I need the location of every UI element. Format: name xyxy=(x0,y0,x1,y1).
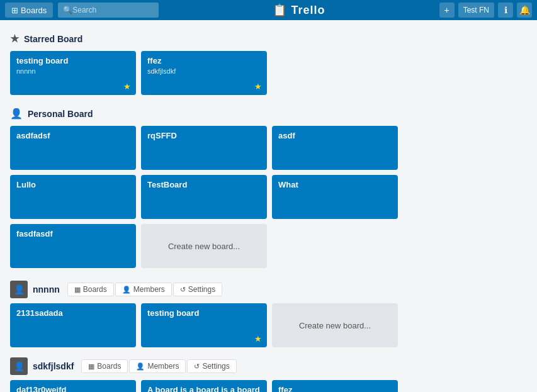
org-tab-boards[interactable]: ▦Boards xyxy=(81,359,128,373)
board-title: A board is a board is a board xyxy=(147,385,261,392)
org-tab-settings[interactable]: ↺Settings xyxy=(187,359,236,373)
notifications-button[interactable]: 🔔 xyxy=(517,3,532,18)
org-header: 👤sdkfjlsdkf▦Boards👤Members↺Settings xyxy=(10,357,527,375)
board-title: 2131sadada xyxy=(16,308,130,318)
board-title: testing board xyxy=(147,308,261,318)
org-icon: 👤 xyxy=(10,281,28,298)
tab-icon: ↺ xyxy=(180,286,186,294)
board-title: ffez xyxy=(278,385,392,392)
board-title: fasdfasdf xyxy=(16,229,130,238)
board-card[interactable]: ffez ★ xyxy=(272,380,398,392)
board-card[interactable]: asdfadsf xyxy=(10,126,136,170)
personal-section-label: Personal Board xyxy=(28,109,93,119)
board-title: daf13r0wejfd xyxy=(16,385,130,392)
board-title: ffez xyxy=(147,56,261,65)
board-card[interactable]: testing board ★ xyxy=(141,303,267,347)
tab-label: Boards xyxy=(97,362,121,371)
org-tab-members[interactable]: 👤Members xyxy=(115,283,172,296)
personal-section-header: 👤 Personal Board xyxy=(10,108,527,120)
boards-button[interactable]: ⊞ Boards xyxy=(5,3,53,18)
tab-label: Members xyxy=(133,285,165,294)
board-card[interactable]: testing board nnnnn ★ xyxy=(10,51,136,95)
board-card[interactable]: Lullo xyxy=(10,175,136,219)
search-wrapper: 🔍 xyxy=(58,3,159,18)
board-card[interactable]: What xyxy=(272,175,398,219)
starred-section-header: ★ Starred Board xyxy=(10,33,527,45)
tab-icon: 👤 xyxy=(122,286,131,294)
board-card[interactable]: TestBoard xyxy=(141,175,267,219)
board-title: testing board xyxy=(16,56,130,65)
board-card[interactable]: rqSFFD xyxy=(141,126,267,170)
add-button[interactable]: + xyxy=(439,3,455,18)
starred-board-grid: testing board nnnnn ★ ffez sdkfjlsdkf ★ xyxy=(10,51,527,95)
board-card[interactable]: fasdfasdf xyxy=(10,224,136,268)
tab-label: Members xyxy=(147,362,179,371)
org-tab-settings[interactable]: ↺Settings xyxy=(173,283,222,296)
org-section-sdkfjlsdkf: 👤sdkfjlsdkf▦Boards👤Members↺Settings daf1… xyxy=(10,357,527,392)
star-button[interactable]: ★ xyxy=(254,334,262,344)
board-card[interactable]: A board is a board is a board xyxy=(141,380,267,392)
person-icon: 👤 xyxy=(10,108,23,120)
board-subtitle: nnnnn xyxy=(16,67,130,75)
org-tabs: ▦Boards👤Members↺Settings xyxy=(67,283,222,296)
tab-label: Settings xyxy=(202,362,229,371)
org-name: sdkfjlsdkf xyxy=(33,361,74,371)
board-title: asdf xyxy=(278,131,392,140)
board-subtitle: sdkfjlsdkf xyxy=(147,67,261,75)
star-button[interactable]: ★ xyxy=(254,82,262,91)
board-title: asdfadsf xyxy=(16,131,130,140)
board-title: rqSFFD xyxy=(147,131,261,140)
org-header: 👤nnnnn▦Boards👤Members↺Settings xyxy=(10,281,527,298)
tab-icon: 👤 xyxy=(136,362,145,371)
board-title: Lullo xyxy=(16,180,130,189)
personal-board-grid: asdfadsfrqSFFDasdfLulloTestBoardWhatfasd… xyxy=(10,126,527,268)
board-card[interactable]: 2131sadada xyxy=(10,303,136,347)
board-title: TestBoard xyxy=(147,180,261,189)
main-content: ★ Starred Board testing board nnnnn ★ ff… xyxy=(0,20,537,392)
create-board-button[interactable]: Create new board... xyxy=(272,303,398,347)
org-board-grid: 2131sadada testing board ★ Create new bo… xyxy=(10,303,527,347)
top-navigation: ⊞ Boards 🔍 📋 Trello + Test FN ℹ 🔔 xyxy=(0,0,537,20)
board-title: What xyxy=(278,180,392,189)
tab-icon: ▦ xyxy=(74,286,81,294)
user-menu-button[interactable]: Test FN xyxy=(458,3,494,18)
tab-label: Settings xyxy=(188,285,215,294)
star-button[interactable]: ★ xyxy=(123,82,131,91)
org-sections: 👤nnnnn▦Boards👤Members↺Settings 2131sadad… xyxy=(10,281,527,392)
org-section-nnnnn: 👤nnnnn▦Boards👤Members↺Settings 2131sadad… xyxy=(10,281,527,347)
info-button[interactable]: ℹ xyxy=(498,3,513,18)
star-icon: ★ xyxy=(10,33,19,45)
board-card[interactable]: ffez sdkfjlsdkf ★ xyxy=(141,51,267,95)
search-input[interactable] xyxy=(72,6,148,14)
org-tab-boards[interactable]: ▦Boards xyxy=(67,283,114,296)
starred-section-label: Starred Board xyxy=(24,34,82,44)
trello-logo-icon: 📋 xyxy=(273,4,291,16)
board-card[interactable]: daf13r0wejfd xyxy=(10,380,136,392)
nav-right-actions: + Test FN ℹ 🔔 xyxy=(439,3,532,18)
tab-icon: ↺ xyxy=(194,362,200,371)
trello-logo-text: Trello xyxy=(291,4,325,16)
logo: 📋 Trello xyxy=(164,3,434,17)
search-icon: 🔍 xyxy=(63,6,72,14)
boards-button-label: Boards xyxy=(21,6,47,15)
tab-label: Boards xyxy=(83,285,107,294)
org-icon: 👤 xyxy=(10,357,28,375)
tab-icon: ▦ xyxy=(88,362,94,371)
org-tab-members[interactable]: 👤Members xyxy=(129,359,186,373)
org-tabs: ▦Boards👤Members↺Settings xyxy=(81,359,236,373)
grid-icon: ⊞ xyxy=(11,6,18,15)
starred-section: ★ Starred Board testing board nnnnn ★ ff… xyxy=(10,33,527,95)
org-name: nnnnn xyxy=(33,284,60,294)
board-card[interactable]: asdf xyxy=(272,126,398,170)
org-board-grid: daf13r0wejfd A board is a board is a boa… xyxy=(10,380,527,392)
personal-section: 👤 Personal Board asdfadsfrqSFFDasdfLullo… xyxy=(10,108,527,268)
create-board-button[interactable]: Create new board... xyxy=(141,224,267,268)
